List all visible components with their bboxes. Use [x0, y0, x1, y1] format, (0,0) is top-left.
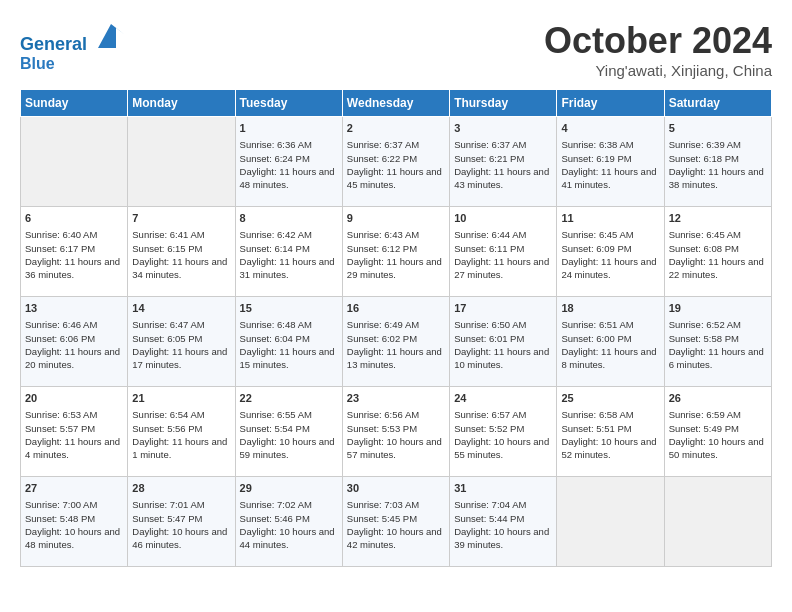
day-info-line: Sunrise: 6:59 AM	[669, 408, 767, 421]
day-info-line: Sunrise: 6:48 AM	[240, 318, 338, 331]
weekday-tuesday: Tuesday	[235, 90, 342, 117]
logo-blue: Blue	[20, 55, 126, 73]
logo: General Blue	[20, 20, 126, 72]
day-info-line: Daylight: 10 hours and 42 minutes.	[347, 525, 445, 552]
week-row-5: 27Sunrise: 7:00 AMSunset: 5:48 PMDayligh…	[21, 477, 772, 567]
day-info-line: Sunrise: 6:53 AM	[25, 408, 123, 421]
day-number: 1	[240, 121, 338, 136]
day-info-line: Sunset: 5:56 PM	[132, 422, 230, 435]
day-info-line: Sunset: 5:51 PM	[561, 422, 659, 435]
day-cell-19: 19Sunrise: 6:52 AMSunset: 5:58 PMDayligh…	[664, 297, 771, 387]
day-info-line: Sunrise: 6:40 AM	[25, 228, 123, 241]
day-cell-empty	[128, 117, 235, 207]
day-number: 4	[561, 121, 659, 136]
day-info-line: Sunrise: 6:44 AM	[454, 228, 552, 241]
day-info-line: Sunset: 5:57 PM	[25, 422, 123, 435]
day-cell-7: 7Sunrise: 6:41 AMSunset: 6:15 PMDaylight…	[128, 207, 235, 297]
day-info-line: Daylight: 11 hours and 43 minutes.	[454, 165, 552, 192]
day-cell-27: 27Sunrise: 7:00 AMSunset: 5:48 PMDayligh…	[21, 477, 128, 567]
day-info-line: Daylight: 10 hours and 39 minutes.	[454, 525, 552, 552]
day-info-line: Daylight: 10 hours and 52 minutes.	[561, 435, 659, 462]
day-info-line: Sunrise: 6:43 AM	[347, 228, 445, 241]
day-info-line: Daylight: 11 hours and 4 minutes.	[25, 435, 123, 462]
day-info-line: Daylight: 11 hours and 27 minutes.	[454, 255, 552, 282]
day-cell-5: 5Sunrise: 6:39 AMSunset: 6:18 PMDaylight…	[664, 117, 771, 207]
day-info-line: Sunrise: 6:47 AM	[132, 318, 230, 331]
weekday-sunday: Sunday	[21, 90, 128, 117]
day-number: 23	[347, 391, 445, 406]
day-cell-26: 26Sunrise: 6:59 AMSunset: 5:49 PMDayligh…	[664, 387, 771, 477]
day-info-line: Sunset: 6:14 PM	[240, 242, 338, 255]
day-info-line: Sunset: 6:11 PM	[454, 242, 552, 255]
day-info-line: Sunset: 5:45 PM	[347, 512, 445, 525]
day-info-line: Daylight: 11 hours and 29 minutes.	[347, 255, 445, 282]
day-info-line: Sunrise: 6:38 AM	[561, 138, 659, 151]
month-title: October 2024	[544, 20, 772, 62]
weekday-header-row: SundayMondayTuesdayWednesdayThursdayFrid…	[21, 90, 772, 117]
day-info-line: Sunrise: 6:57 AM	[454, 408, 552, 421]
day-cell-10: 10Sunrise: 6:44 AMSunset: 6:11 PMDayligh…	[450, 207, 557, 297]
day-info-line: Sunrise: 6:56 AM	[347, 408, 445, 421]
logo-icon	[96, 20, 126, 50]
day-number: 8	[240, 211, 338, 226]
day-number: 20	[25, 391, 123, 406]
day-info-line: Sunset: 6:18 PM	[669, 152, 767, 165]
day-info-line: Sunrise: 6:51 AM	[561, 318, 659, 331]
day-info-line: Sunrise: 6:36 AM	[240, 138, 338, 151]
day-info-line: Sunrise: 6:39 AM	[669, 138, 767, 151]
day-number: 6	[25, 211, 123, 226]
day-info-line: Sunrise: 6:45 AM	[561, 228, 659, 241]
day-info-line: Daylight: 11 hours and 34 minutes.	[132, 255, 230, 282]
day-info-line: Daylight: 11 hours and 48 minutes.	[240, 165, 338, 192]
day-cell-23: 23Sunrise: 6:56 AMSunset: 5:53 PMDayligh…	[342, 387, 449, 477]
day-cell-31: 31Sunrise: 7:04 AMSunset: 5:44 PMDayligh…	[450, 477, 557, 567]
day-info-line: Sunset: 6:12 PM	[347, 242, 445, 255]
day-info-line: Sunset: 6:04 PM	[240, 332, 338, 345]
day-info-line: Sunrise: 6:42 AM	[240, 228, 338, 241]
day-info-line: Daylight: 11 hours and 38 minutes.	[669, 165, 767, 192]
day-info-line: Sunset: 5:58 PM	[669, 332, 767, 345]
day-info-line: Sunrise: 6:52 AM	[669, 318, 767, 331]
day-number: 27	[25, 481, 123, 496]
day-info-line: Sunrise: 7:02 AM	[240, 498, 338, 511]
day-info-line: Daylight: 11 hours and 1 minute.	[132, 435, 230, 462]
day-cell-12: 12Sunrise: 6:45 AMSunset: 6:08 PMDayligh…	[664, 207, 771, 297]
day-info-line: Sunset: 6:19 PM	[561, 152, 659, 165]
day-info-line: Daylight: 11 hours and 13 minutes.	[347, 345, 445, 372]
day-info-line: Sunrise: 7:00 AM	[25, 498, 123, 511]
day-info-line: Sunrise: 6:37 AM	[347, 138, 445, 151]
day-cell-empty	[557, 477, 664, 567]
day-info-line: Daylight: 11 hours and 36 minutes.	[25, 255, 123, 282]
day-info-line: Daylight: 10 hours and 55 minutes.	[454, 435, 552, 462]
day-info-line: Daylight: 10 hours and 44 minutes.	[240, 525, 338, 552]
weekday-saturday: Saturday	[664, 90, 771, 117]
day-cell-6: 6Sunrise: 6:40 AMSunset: 6:17 PMDaylight…	[21, 207, 128, 297]
day-info-line: Daylight: 11 hours and 24 minutes.	[561, 255, 659, 282]
day-number: 18	[561, 301, 659, 316]
day-info-line: Daylight: 11 hours and 8 minutes.	[561, 345, 659, 372]
day-number: 11	[561, 211, 659, 226]
day-number: 31	[454, 481, 552, 496]
day-info-line: Daylight: 10 hours and 46 minutes.	[132, 525, 230, 552]
day-info-line: Sunrise: 6:54 AM	[132, 408, 230, 421]
day-cell-17: 17Sunrise: 6:50 AMSunset: 6:01 PMDayligh…	[450, 297, 557, 387]
day-info-line: Sunrise: 6:49 AM	[347, 318, 445, 331]
day-number: 15	[240, 301, 338, 316]
day-info-line: Sunrise: 6:37 AM	[454, 138, 552, 151]
day-number: 14	[132, 301, 230, 316]
day-cell-8: 8Sunrise: 6:42 AMSunset: 6:14 PMDaylight…	[235, 207, 342, 297]
day-info-line: Sunset: 6:08 PM	[669, 242, 767, 255]
day-info-line: Daylight: 11 hours and 10 minutes.	[454, 345, 552, 372]
day-number: 17	[454, 301, 552, 316]
day-cell-empty	[21, 117, 128, 207]
day-cell-29: 29Sunrise: 7:02 AMSunset: 5:46 PMDayligh…	[235, 477, 342, 567]
calendar-body: 1Sunrise: 6:36 AMSunset: 6:24 PMDaylight…	[21, 117, 772, 567]
weekday-thursday: Thursday	[450, 90, 557, 117]
day-info-line: Daylight: 11 hours and 6 minutes.	[669, 345, 767, 372]
day-number: 21	[132, 391, 230, 406]
day-cell-28: 28Sunrise: 7:01 AMSunset: 5:47 PMDayligh…	[128, 477, 235, 567]
day-info-line: Sunset: 6:24 PM	[240, 152, 338, 165]
day-number: 24	[454, 391, 552, 406]
day-info-line: Daylight: 11 hours and 22 minutes.	[669, 255, 767, 282]
title-block: October 2024 Ying'awati, Xinjiang, China	[544, 20, 772, 79]
